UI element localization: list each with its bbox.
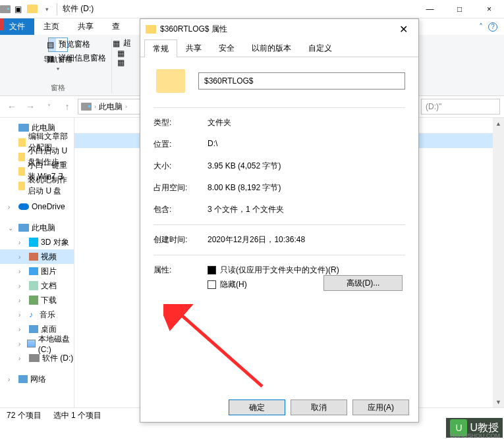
scroll-up-icon[interactable]: ▲ <box>493 118 504 129</box>
forward-button[interactable]: → <box>22 99 38 115</box>
folder-icon <box>146 25 156 34</box>
label-contains: 包含: <box>154 204 208 215</box>
tab-general[interactable]: 常规 <box>144 39 177 57</box>
dialog-titlebar: $360RTLOG$ 属性 ✕ <box>140 19 418 39</box>
layout-tiles[interactable]: ▦ ▦ <box>117 49 126 67</box>
music-icon: ♪ <box>29 310 37 319</box>
collapse-icon[interactable]: ⌄ <box>8 224 16 232</box>
dialog-title: $360RTLOG$ 属性 <box>160 24 227 35</box>
status-itemcount: 72 个项目 <box>7 410 42 421</box>
drive-icon <box>81 103 92 111</box>
readonly-label: 只读(仅应用于文件夹中的文件)(R) <box>220 265 339 276</box>
qat-customize-icon[interactable]: ▾ <box>40 6 54 13</box>
preview-pane-button[interactable]: ▤ 预览窗格 <box>45 39 106 50</box>
ribbon-collapse-icon[interactable]: ˄ <box>479 22 483 32</box>
label-ondisk: 占用空间: <box>154 182 208 194</box>
value-ondisk: 8.00 KB (8,192 字节) <box>208 182 405 194</box>
window-title: 软件 (D:) <box>63 3 415 14</box>
dialog-close-button[interactable]: ✕ <box>394 20 413 38</box>
properties-dialog: $360RTLOG$ 属性 ✕ 常规 共享 安全 以前的版本 自定义 $360R… <box>140 18 419 423</box>
recent-button[interactable]: ˅ <box>41 99 57 115</box>
folder-name-input[interactable]: $360RTLOG$ <box>198 72 405 90</box>
group-panes-caption: 窗格 <box>51 83 65 93</box>
tab-sharing[interactable]: 共享 <box>177 39 210 57</box>
tree-folder[interactable]: 装机吧制作启动 U 盘 <box>0 178 74 193</box>
pc-icon <box>18 224 29 232</box>
breadcrumb-thispc[interactable]: 此电脑 <box>99 101 123 113</box>
extralarge-icon: ▦ <box>113 39 120 48</box>
folder-icon <box>18 138 26 147</box>
tree-network[interactable]: ›网络 <box>0 372 74 386</box>
tab-security[interactable]: 安全 <box>210 39 243 57</box>
qat-properties-icon[interactable]: ▣ <box>11 5 25 14</box>
help-icon[interactable]: ? <box>488 22 497 32</box>
titlebar: ▣ ▾ 软件 (D:) — □ × <box>0 0 504 18</box>
extralarge-label: 超 <box>123 38 131 49</box>
drive-icon <box>29 354 40 362</box>
watermark-url: UJIAOSHOU.COM <box>450 432 500 439</box>
tree-music[interactable]: ›♪音乐 <box>0 307 74 322</box>
dialog-tabs: 常规 共享 安全 以前的版本 自定义 <box>140 39 418 57</box>
preview-icon: ▤ <box>45 39 55 50</box>
scroll-down-icon[interactable]: ▼ <box>493 396 504 407</box>
value-contains: 3 个文件，1 个文件夹 <box>208 204 405 215</box>
drive-icon <box>27 340 36 348</box>
tab-customize[interactable]: 自定义 <box>300 39 341 57</box>
back-button[interactable]: ← <box>4 99 20 115</box>
details-icon: ▦ <box>45 53 55 64</box>
value-created: 2020年12月26日，10:36:48 <box>208 234 405 245</box>
advanced-button[interactable]: 高级(D)... <box>323 275 403 291</box>
up-button[interactable]: ↑ <box>59 99 75 115</box>
label-attributes: 属性: <box>154 265 208 276</box>
maximize-button[interactable]: □ <box>445 0 474 18</box>
video-icon <box>29 253 38 261</box>
layout-extralarge[interactable]: ▦ 超 <box>113 38 131 49</box>
label-type: 类型: <box>154 117 208 128</box>
tree-3dobjects[interactable]: ›3D 对象 <box>0 235 74 249</box>
dialog-body: $360RTLOG$ 类型:文件夹 位置:D:\ 大小:3.95 KB (4,0… <box>140 57 418 303</box>
hidden-checkbox[interactable] <box>208 280 216 289</box>
explorer-icon <box>0 4 11 14</box>
expand-icon[interactable]: › <box>8 203 16 211</box>
search-input[interactable]: (D:)" <box>421 99 500 115</box>
minimize-button[interactable]: — <box>415 0 445 18</box>
tree-thispc[interactable]: ⌄此电脑 <box>0 220 74 235</box>
label-location: 位置: <box>154 139 208 150</box>
tab-view-truncated[interactable]: 查 <box>103 18 129 35</box>
tab-file[interactable]: 文件 <box>0 18 34 35</box>
label-size: 大小: <box>154 161 208 172</box>
left-marker <box>0 18 4 30</box>
apply-button[interactable]: 应用(A) <box>352 400 409 415</box>
details-pane-button[interactable]: ▦ 详细信息窗格 <box>45 53 106 64</box>
ok-button[interactable]: 确定 <box>229 400 285 415</box>
search-placeholder: (D:)" <box>426 102 441 111</box>
cancel-button[interactable]: 取消 <box>291 400 347 415</box>
tree-downloads[interactable]: ›下载 <box>0 293 74 307</box>
tree-videos[interactable]: ›视频 <box>0 249 74 264</box>
qat-newfolder-icon[interactable] <box>25 5 40 13</box>
tab-share[interactable]: 共享 <box>69 18 103 35</box>
tree-documents[interactable]: ›文档 <box>0 278 74 293</box>
tab-home[interactable]: 主页 <box>34 18 69 35</box>
close-button[interactable]: × <box>474 0 504 18</box>
titlebar-separator <box>57 3 57 15</box>
document-icon <box>29 281 38 290</box>
tree-onedrive[interactable]: ›OneDrive <box>0 199 74 214</box>
pc-icon <box>18 124 29 132</box>
value-size: 3.95 KB (4,052 字节) <box>208 161 405 172</box>
network-icon <box>18 375 28 383</box>
status-selected: 选中 1 个项目 <box>53 410 101 421</box>
tree-cdrive[interactable]: ›本地磁盘 (C:) <box>0 336 74 351</box>
folder-icon <box>18 153 25 161</box>
tab-previous-versions[interactable]: 以前的版本 <box>243 39 300 57</box>
vertical-scrollbar[interactable]: ▲ ▼ <box>493 118 504 407</box>
tree-ddrive[interactable]: ›软件 (D:) <box>0 351 74 365</box>
readonly-checkbox[interactable]: ■ <box>208 266 216 274</box>
tree-pane[interactable]: 此电脑 编辑文章部分配图 小白启动 U 盘制作步 小白一键重装 Win7 ∃ 装… <box>0 118 74 407</box>
download-icon <box>29 296 38 305</box>
cube-icon <box>29 238 38 247</box>
folder-icon <box>18 182 25 190</box>
value-location: D:\ <box>208 139 405 150</box>
hidden-label: 隐藏(H) <box>220 279 247 290</box>
tree-pictures[interactable]: ›图片 <box>0 264 74 278</box>
